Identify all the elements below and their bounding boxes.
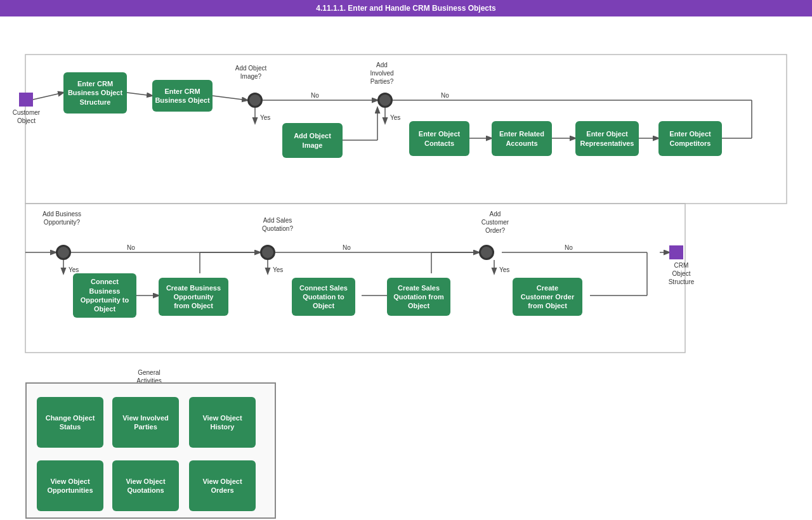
add-involved-parties-question: AddInvolvedParties? [363,61,401,86]
view-involved-parties-node: View InvolvedParties [112,397,179,448]
enter-crm-object-node: Enter CRMBusiness Object [152,80,213,112]
enter-contacts-node: Enter ObjectContacts [409,121,469,156]
enter-crm-structure-node: Enter CRMBusiness ObjectStructure [63,72,127,114]
add-object-image-node: Add ObjectImage [282,123,343,158]
svg-text:No: No [565,244,573,251]
svg-text:Yes: Yes [499,266,509,273]
connect-biz-opp-node: ConnectBusinessOpportunity toObject [73,273,136,318]
enter-reps-node: Enter ObjectRepresentatives [575,121,639,156]
decision-add-sales [260,245,275,260]
add-biz-opp-question: Add BusinessOpportunity? [38,210,86,226]
crm-object-structure-node [669,245,683,259]
svg-text:Yes: Yes [69,266,79,273]
crm-object-structure-label: CRMObjectStructure [662,261,700,286]
create-biz-opp-node: Create BusinessOpportunityfrom Object [159,278,228,316]
view-object-orders-node: View ObjectOrders [189,460,256,511]
title-bar: 4.11.1.1. Enter and Handle CRM Business … [0,0,812,16]
enter-related-accounts-node: Enter RelatedAccounts [492,121,552,156]
create-sales-node: Create SalesQuotation fromObject [387,278,450,316]
decision-add-image [247,93,263,108]
view-object-quotations-node: View ObjectQuotations [112,460,179,511]
svg-line-0 [33,93,63,100]
enter-competitors-node: Enter ObjectCompetitors [658,121,722,156]
svg-text:Yes: Yes [390,114,400,121]
svg-text:No: No [441,92,449,99]
decision-add-involved [377,93,393,108]
canvas: Yes No Yes No Yes No [0,16,812,520]
svg-text:Yes: Yes [273,266,283,273]
create-cust-order-node: CreateCustomer Orderfrom Object [513,278,582,316]
connect-sales-node: Connect SalesQuotation toObject [292,278,355,316]
svg-line-1 [127,93,152,96]
view-object-history-node: View ObjectHistory [189,397,256,448]
svg-line-2 [213,96,247,100]
change-object-status-node: Change ObjectStatus [37,397,103,448]
svg-text:No: No [127,244,135,251]
view-object-opportunities-node: View ObjectOpportunities [37,460,103,511]
customer-object-label: CustomerObject [9,108,44,125]
decision-add-cust-order [479,245,494,260]
add-sales-question: Add SalesQuotation? [257,216,298,233]
page-title: 4.11.1.1. Enter and Handle CRM Business … [316,4,495,13]
svg-text:No: No [311,92,319,99]
decision-add-biz-opp [56,245,71,260]
svg-text:Yes: Yes [260,114,270,121]
add-cust-order-question: AddCustomerOrder? [475,210,516,235]
add-object-image-question: Add ObjectImage? [230,64,272,81]
svg-text:No: No [343,244,351,251]
customer-object-node [19,93,33,107]
